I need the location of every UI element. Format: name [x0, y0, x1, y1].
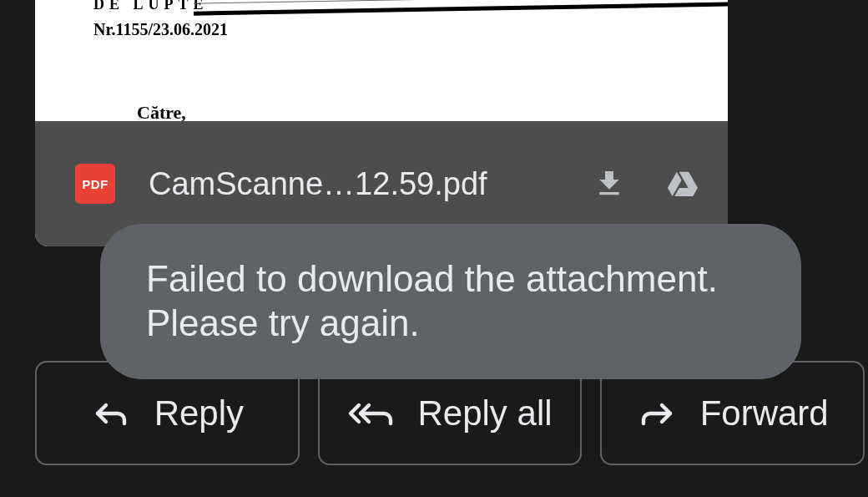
toast-message: Failed to download the attachment. Pleas…: [146, 257, 755, 346]
save-to-drive-button[interactable]: [663, 164, 703, 204]
preview-doc-number: Nr.1155/23.06.2021: [93, 20, 228, 39]
reply-icon: [91, 393, 131, 434]
attachment-preview[interactable]: DE LUPTE Nr.1155/23.06.2021 Către,: [35, 0, 728, 121]
pdf-icon: PDF: [75, 164, 115, 204]
attachment-card[interactable]: DE LUPTE Nr.1155/23.06.2021 Către, PDF C…: [35, 0, 728, 246]
preview-doc-salutation: Către,: [137, 102, 186, 121]
reply-label: Reply: [154, 393, 244, 434]
download-icon: [593, 167, 626, 200]
reply-all-icon: [347, 393, 394, 434]
forward-label: Forward: [700, 393, 829, 434]
reply-all-label: Reply all: [417, 393, 552, 434]
error-toast: Failed to download the attachment. Pleas…: [100, 224, 801, 379]
forward-icon: [637, 393, 677, 434]
preview-divider: [194, 2, 728, 15]
download-button[interactable]: [589, 164, 629, 204]
preview-doc-text: DE LUPTE: [93, 0, 209, 13]
drive-icon: [664, 167, 701, 200]
attachment-filename: CamScanne…12.59.pdf: [149, 166, 556, 202]
